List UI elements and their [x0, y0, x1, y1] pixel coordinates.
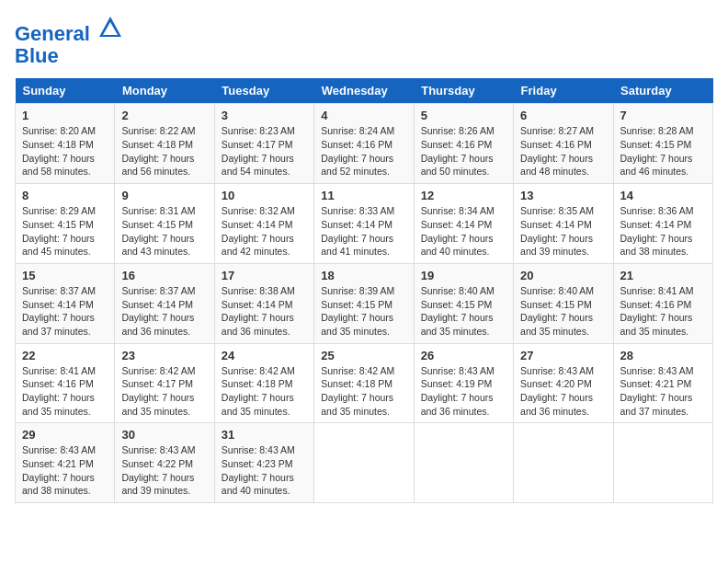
calendar-cell: 25Sunrise: 8:42 AM Sunset: 4:18 PM Dayli…: [314, 343, 414, 423]
day-number: 1: [22, 109, 108, 122]
day-info: Sunrise: 8:22 AM Sunset: 4:18 PM Dayligh…: [121, 124, 207, 178]
day-info: Sunrise: 8:28 AM Sunset: 4:15 PM Dayligh…: [620, 124, 706, 178]
calendar-cell: 1Sunrise: 8:20 AM Sunset: 4:18 PM Daylig…: [16, 104, 115, 184]
day-number: 30: [121, 428, 207, 442]
day-number: 5: [421, 109, 506, 122]
day-number: 2: [121, 109, 207, 122]
calendar-table: SundayMondayTuesdayWednesdayThursdayFrid…: [15, 78, 713, 503]
day-info: Sunrise: 8:23 AM Sunset: 4:17 PM Dayligh…: [222, 124, 307, 178]
day-number: 7: [620, 109, 706, 122]
day-info: Sunrise: 8:41 AM Sunset: 4:16 PM Dayligh…: [620, 284, 706, 339]
day-info: Sunrise: 8:43 AM Sunset: 4:22 PM Dayligh…: [121, 443, 207, 498]
day-number: 16: [121, 269, 207, 282]
week-row-5: 29Sunrise: 8:43 AM Sunset: 4:21 PM Dayli…: [16, 423, 713, 503]
day-info: Sunrise: 8:35 AM Sunset: 4:14 PM Dayligh…: [520, 204, 606, 259]
calendar-cell: 2Sunrise: 8:22 AM Sunset: 4:18 PM Daylig…: [115, 104, 214, 184]
day-number: 15: [22, 269, 108, 282]
day-number: 3: [222, 109, 307, 122]
calendar-cell: 4Sunrise: 8:24 AM Sunset: 4:16 PM Daylig…: [314, 104, 414, 184]
calendar-cell: 20Sunrise: 8:40 AM Sunset: 4:15 PM Dayli…: [514, 263, 613, 343]
week-row-1: 1Sunrise: 8:20 AM Sunset: 4:18 PM Daylig…: [16, 104, 713, 184]
calendar-cell: 27Sunrise: 8:43 AM Sunset: 4:20 PM Dayli…: [514, 343, 613, 423]
day-info: Sunrise: 8:43 AM Sunset: 4:21 PM Dayligh…: [22, 443, 108, 498]
logo: General Blue: [15, 15, 123, 67]
day-number: 21: [620, 269, 706, 282]
calendar-cell: [414, 423, 513, 503]
day-number: 22: [22, 349, 108, 362]
day-number: 12: [421, 189, 506, 202]
day-number: 10: [222, 189, 307, 202]
day-info: Sunrise: 8:39 AM Sunset: 4:15 PM Dayligh…: [321, 284, 406, 339]
calendar-cell: 6Sunrise: 8:27 AM Sunset: 4:16 PM Daylig…: [514, 104, 613, 184]
day-number: 27: [520, 349, 606, 362]
calendar-cell: [613, 423, 712, 503]
week-row-2: 8Sunrise: 8:29 AM Sunset: 4:15 PM Daylig…: [16, 184, 713, 264]
weekday-header-saturday: Saturday: [613, 78, 712, 104]
day-number: 28: [620, 349, 706, 362]
logo-icon: [97, 15, 123, 40]
day-info: Sunrise: 8:36 AM Sunset: 4:14 PM Dayligh…: [620, 204, 706, 259]
weekday-header-tuesday: Tuesday: [214, 78, 313, 104]
day-info: Sunrise: 8:42 AM Sunset: 4:17 PM Dayligh…: [121, 364, 207, 419]
page-header: General Blue: [15, 15, 713, 67]
calendar-cell: 22Sunrise: 8:41 AM Sunset: 4:16 PM Dayli…: [16, 343, 115, 423]
day-info: Sunrise: 8:26 AM Sunset: 4:16 PM Dayligh…: [421, 124, 506, 178]
week-row-3: 15Sunrise: 8:37 AM Sunset: 4:14 PM Dayli…: [16, 263, 713, 343]
calendar-cell: 19Sunrise: 8:40 AM Sunset: 4:15 PM Dayli…: [414, 263, 513, 343]
day-number: 9: [121, 189, 207, 202]
day-info: Sunrise: 8:41 AM Sunset: 4:16 PM Dayligh…: [22, 364, 108, 419]
day-info: Sunrise: 8:20 AM Sunset: 4:18 PM Dayligh…: [22, 124, 108, 178]
day-number: 26: [421, 349, 506, 362]
calendar-cell: [314, 423, 414, 503]
day-number: 17: [222, 269, 307, 282]
day-info: Sunrise: 8:38 AM Sunset: 4:14 PM Dayligh…: [222, 284, 307, 339]
day-info: Sunrise: 8:31 AM Sunset: 4:15 PM Dayligh…: [121, 204, 207, 259]
day-number: 31: [222, 428, 307, 442]
day-number: 18: [321, 269, 406, 282]
calendar-cell: [514, 423, 613, 503]
day-info: Sunrise: 8:43 AM Sunset: 4:23 PM Dayligh…: [222, 443, 307, 498]
calendar-cell: 30Sunrise: 8:43 AM Sunset: 4:22 PM Dayli…: [115, 423, 214, 503]
week-row-4: 22Sunrise: 8:41 AM Sunset: 4:16 PM Dayli…: [16, 343, 713, 423]
day-number: 20: [520, 269, 606, 282]
day-info: Sunrise: 8:37 AM Sunset: 4:14 PM Dayligh…: [121, 284, 207, 339]
day-number: 24: [222, 349, 307, 362]
day-info: Sunrise: 8:42 AM Sunset: 4:18 PM Dayligh…: [222, 364, 307, 419]
calendar-cell: 21Sunrise: 8:41 AM Sunset: 4:16 PM Dayli…: [613, 263, 712, 343]
day-info: Sunrise: 8:33 AM Sunset: 4:14 PM Dayligh…: [321, 204, 406, 259]
calendar-cell: 5Sunrise: 8:26 AM Sunset: 4:16 PM Daylig…: [414, 104, 513, 184]
day-info: Sunrise: 8:34 AM Sunset: 4:14 PM Dayligh…: [421, 204, 506, 259]
weekday-header-row: SundayMondayTuesdayWednesdayThursdayFrid…: [16, 78, 713, 104]
day-number: 6: [520, 109, 606, 122]
calendar-cell: 9Sunrise: 8:31 AM Sunset: 4:15 PM Daylig…: [115, 184, 214, 264]
day-info: Sunrise: 8:40 AM Sunset: 4:15 PM Dayligh…: [520, 284, 606, 339]
day-info: Sunrise: 8:37 AM Sunset: 4:14 PM Dayligh…: [22, 284, 108, 339]
day-number: 25: [321, 349, 406, 362]
day-number: 13: [520, 189, 606, 202]
calendar-cell: 23Sunrise: 8:42 AM Sunset: 4:17 PM Dayli…: [115, 343, 214, 423]
day-info: Sunrise: 8:43 AM Sunset: 4:21 PM Dayligh…: [620, 364, 706, 419]
weekday-header-monday: Monday: [115, 78, 214, 104]
day-info: Sunrise: 8:32 AM Sunset: 4:14 PM Dayligh…: [222, 204, 307, 259]
day-info: Sunrise: 8:43 AM Sunset: 4:19 PM Dayligh…: [421, 364, 506, 419]
calendar-cell: 13Sunrise: 8:35 AM Sunset: 4:14 PM Dayli…: [514, 184, 613, 264]
calendar-cell: 24Sunrise: 8:42 AM Sunset: 4:18 PM Dayli…: [214, 343, 313, 423]
calendar-cell: 3Sunrise: 8:23 AM Sunset: 4:17 PM Daylig…: [214, 104, 313, 184]
calendar-cell: 12Sunrise: 8:34 AM Sunset: 4:14 PM Dayli…: [414, 184, 513, 264]
calendar-cell: 7Sunrise: 8:28 AM Sunset: 4:15 PM Daylig…: [613, 104, 712, 184]
day-info: Sunrise: 8:27 AM Sunset: 4:16 PM Dayligh…: [520, 124, 606, 178]
calendar-cell: 29Sunrise: 8:43 AM Sunset: 4:21 PM Dayli…: [16, 423, 115, 503]
day-number: 14: [620, 189, 706, 202]
calendar-cell: 26Sunrise: 8:43 AM Sunset: 4:19 PM Dayli…: [414, 343, 513, 423]
day-number: 11: [321, 189, 406, 202]
day-info: Sunrise: 8:24 AM Sunset: 4:16 PM Dayligh…: [321, 124, 406, 178]
weekday-header-friday: Friday: [514, 78, 613, 104]
calendar-cell: 8Sunrise: 8:29 AM Sunset: 4:15 PM Daylig…: [16, 184, 115, 264]
day-info: Sunrise: 8:40 AM Sunset: 4:15 PM Dayligh…: [421, 284, 506, 339]
day-number: 4: [321, 109, 406, 122]
day-number: 29: [22, 428, 108, 442]
calendar-cell: 11Sunrise: 8:33 AM Sunset: 4:14 PM Dayli…: [314, 184, 414, 264]
calendar-cell: 17Sunrise: 8:38 AM Sunset: 4:14 PM Dayli…: [214, 263, 313, 343]
logo-text: General: [15, 15, 123, 45]
day-info: Sunrise: 8:42 AM Sunset: 4:18 PM Dayligh…: [321, 364, 406, 419]
